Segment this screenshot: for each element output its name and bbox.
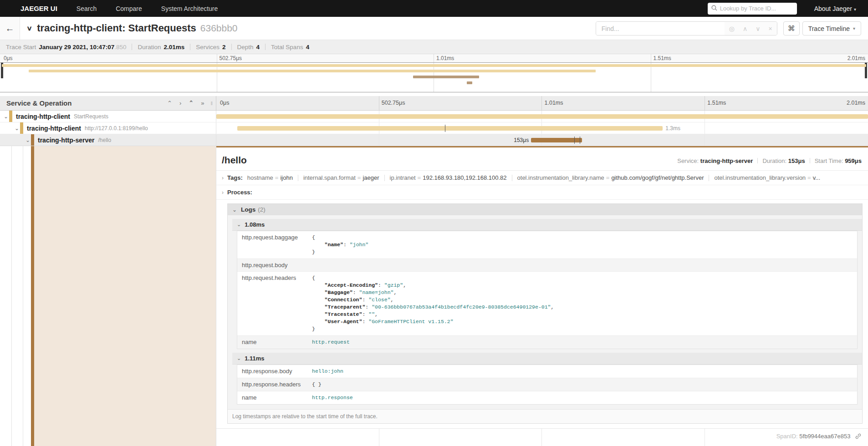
span-detail-card: /hello Service: tracing-http-serverDurat…: [216, 146, 868, 429]
column-resizer-handle[interactable]: ‖: [210, 101, 213, 106]
summary-value: 4: [306, 44, 310, 51]
nav-item-search[interactable]: Search: [77, 5, 97, 12]
tag-key: ip.intranet: [390, 174, 416, 181]
collapse-one-icon[interactable]: ⌃︎: [167, 100, 172, 106]
page-title: tracing-http-client: StartRequests636bbb…: [37, 22, 237, 34]
tag-divider: [512, 175, 512, 181]
log-field-row: http.request.headers{ "Accept-Encoding":…: [237, 272, 857, 336]
minimap-span-bar: [467, 81, 472, 84]
search-icon: [711, 5, 717, 13]
span-detail-row: /hello Service: tracing-http-serverDurat…: [0, 146, 868, 446]
expand-all-icon[interactable]: »: [201, 100, 204, 106]
time-tick-label: 2.01ms: [848, 55, 865, 61]
tag-equals: =: [606, 174, 610, 181]
log-field-value: { }: [310, 378, 857, 391]
summary-item: Duration2.01ms: [138, 44, 184, 51]
span-service-name: tracing-http-client: [27, 125, 81, 132]
summary-value: 4: [256, 44, 260, 51]
log-field-row: http.response.headers{ }: [237, 378, 857, 391]
timeline-ticks: 0μs502.75μs1.01ms1.51ms2.01ms: [216, 96, 868, 110]
time-tick-label: 1.51ms: [707, 100, 726, 106]
chevron-right-icon: ›: [222, 175, 224, 181]
nav-item-system-architecture[interactable]: System Architecture: [161, 5, 218, 12]
span-bar-cell[interactable]: [216, 111, 868, 122]
next-match-icon[interactable]: ∨: [756, 25, 760, 32]
tag-key: internal.span.format: [303, 174, 356, 181]
span-service-name: tracing-http-client: [16, 113, 70, 120]
minimap-ticks: 0μs502.75μs1.01ms1.51ms2.01ms: [0, 54, 868, 62]
top-nav: JAEGER UI SearchCompareSystem Architectu…: [0, 0, 868, 17]
logs-accordion[interactable]: ⌄ Logs(2): [228, 204, 862, 215]
chevron-down-icon[interactable]: ⌄: [3, 113, 9, 120]
prev-match-icon[interactable]: ∧: [743, 25, 747, 32]
minimap-span-bar: [2, 64, 866, 67]
log-field-key: http.request.body: [237, 259, 310, 271]
tag-divider: [709, 175, 709, 181]
time-tick-label: 502.75μs: [382, 100, 405, 106]
json-key: "Connection": [325, 297, 363, 303]
chevron-down-icon: ⌄: [237, 355, 241, 361]
minimap-canvas[interactable]: [0, 62, 868, 92]
find-input[interactable]: [596, 22, 725, 35]
chevron-down-icon[interactable]: ⌄: [25, 137, 31, 143]
span-name-cell[interactable]: ⌄tracing-http-clienthttp://127.0.0.1:819…: [0, 122, 216, 134]
focus-match-icon[interactable]: ◎: [729, 25, 735, 32]
summary-item: Trace StartJanuary 29 2021, 10:47:07.850: [6, 44, 126, 51]
clear-find-icon[interactable]: ×: [768, 25, 772, 32]
trace-view-selector[interactable]: Trace Timeline▾: [802, 21, 861, 35]
tag-value: jaeger: [363, 174, 379, 181]
service-operation-header: Service & Operation: [6, 99, 160, 107]
summary-divider: [265, 44, 266, 50]
summary-value: 2: [222, 44, 226, 51]
log-field-key: name: [237, 391, 310, 404]
jaeger-logo[interactable]: JAEGER UI: [20, 5, 57, 12]
span-row[interactable]: ⌄tracing-http-server/hello153μs: [0, 134, 868, 146]
log-entry: ⌄1.11mshttp.response.bodyhello:johnhttp.…: [228, 353, 862, 405]
back-button[interactable]: ←: [0, 17, 20, 40]
log-entry-header[interactable]: ⌄1.11ms: [232, 353, 862, 365]
trace-id-input[interactable]: [720, 5, 793, 12]
tag-value: 192.168.93.180,192.168.100.82: [423, 174, 506, 181]
time-tick-label: 0μs: [220, 100, 229, 106]
trace-title-bar: ← ∨ tracing-http-client: StartRequests63…: [0, 17, 868, 40]
span-name-cell[interactable]: ⌄tracing-http-clientStartRequests: [0, 111, 216, 122]
log-field-key: http.response.headers: [237, 378, 310, 391]
about-jaeger-menu[interactable]: About Jaeger▾: [814, 5, 856, 12]
span-id-value: 5fb9944eaa67e853: [799, 433, 850, 440]
nav-item-compare[interactable]: Compare: [116, 5, 142, 12]
chevron-down-icon: ▾: [853, 26, 855, 31]
span-row[interactable]: ⌄tracing-http-clienthttp://127.0.0.1:819…: [0, 122, 868, 134]
log-entry-header[interactable]: ⌄1.08ms: [232, 219, 862, 231]
log-field-row: http.response.bodyhello:john: [237, 365, 857, 378]
span-duration-bar[interactable]: [216, 114, 868, 119]
span-bar-cell[interactable]: 153μs: [216, 134, 868, 146]
expand-one-icon[interactable]: ›: [179, 100, 181, 106]
summary-item: Depth4: [237, 44, 260, 51]
chevron-down-icon[interactable]: ⌄: [14, 125, 20, 132]
log-field-row: http.request.baggage{ "name": "john" }: [237, 231, 857, 259]
span-duration-bar[interactable]: [237, 126, 663, 131]
keyboard-shortcuts-button[interactable]: ⌘: [783, 21, 800, 35]
log-field-value: hello:john: [310, 365, 857, 378]
trace-id-search[interactable]: [708, 3, 797, 15]
log-timestamp: 1.08ms: [245, 221, 265, 228]
log-field-row: http.request.body: [237, 259, 857, 272]
selected-span-accent: [31, 146, 34, 446]
chevron-down-icon: ⌄: [237, 222, 241, 228]
span-log-marker: [580, 137, 580, 144]
process-accordion[interactable]: › Process:: [216, 185, 868, 200]
span-name-cell[interactable]: ⌄tracing-http-server/hello: [0, 134, 216, 146]
log-field-value: { "name": "john" }: [310, 231, 857, 258]
trace-summary-bar: Trace StartJanuary 29 2021, 10:47:07.850…: [0, 40, 868, 54]
log-field-row: namehttp.request: [237, 336, 857, 349]
tags-accordion[interactable]: › Tags: hostname=ijohninternal.span.form…: [216, 171, 868, 185]
collapse-all-icon[interactable]: ⌃⌃: [189, 102, 194, 104]
span-id-row: SpanID: 5fb9944eaa67e853: [216, 429, 868, 444]
json-string: "john": [350, 242, 368, 248]
tag-divider: [298, 175, 298, 181]
copy-link-icon[interactable]: [855, 433, 862, 440]
logs-section: ⌄ Logs(2) ⌄1.08mshttp.request.baggage{ "…: [227, 203, 863, 424]
span-bar-cell[interactable]: 1.3ms: [216, 122, 868, 134]
collapse-trace-chevron-icon[interactable]: ∨: [26, 24, 32, 32]
span-row[interactable]: ⌄tracing-http-clientStartRequests: [0, 111, 868, 122]
